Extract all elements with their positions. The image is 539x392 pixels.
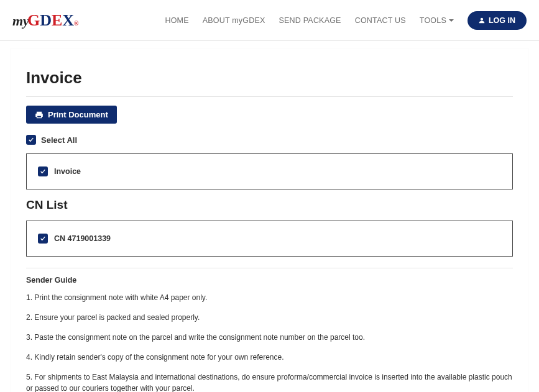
top-navbar: my G D E X ® HOME ABOUT myGDEX SEND PACK… [0,0,539,41]
select-all-label: Select All [41,135,77,145]
brand-logo[interactable]: my G D E X ® [12,12,79,29]
guide-line-1: 1. Print the consignment note with white… [26,292,513,303]
logo-reg-mark: ® [74,21,78,27]
logo-e: E [52,12,62,29]
caret-down-icon [449,19,454,22]
logo-x: X [62,12,74,29]
guide-line-5: 5. For shipments to East Malaysia and in… [26,371,513,392]
content-card: Invoice Print Document Select All Invoic… [11,48,528,392]
nav-home[interactable]: HOME [165,16,188,25]
logo-g: G [27,12,40,29]
print-document-button[interactable]: Print Document [26,106,117,124]
invoice-item-label: Invoice [54,167,81,176]
cn-list-title: CN List [26,198,513,212]
print-button-label: Print Document [48,110,108,119]
nav-contact[interactable]: CONTACT US [355,16,406,25]
cn-checkbox[interactable] [38,234,48,244]
login-label: LOG IN [489,16,515,25]
check-icon [40,235,46,242]
page-title: Invoice [26,68,513,88]
check-icon [28,137,34,143]
select-all-row: Select All [26,135,513,145]
select-all-checkbox[interactable] [26,135,36,145]
guide-line-2: 2. Ensure your parcel is packed and seal… [26,312,513,323]
login-button[interactable]: LOG IN [468,11,527,30]
check-icon [40,168,46,175]
guide-line-3: 3. Paste the consignment note on the par… [26,332,513,343]
cn-item-row: CN 4719001339 [26,221,513,257]
guide-line-4: 4. Kindly retain sender's copy of the co… [26,352,513,363]
page-container: Invoice Print Document Select All Invoic… [0,41,539,392]
invoice-item-row: Invoice [26,153,513,189]
logo-d: D [40,12,52,29]
divider-guide [26,268,513,268]
nav-tools-dropdown[interactable]: TOOLS [420,16,454,25]
main-nav: HOME ABOUT myGDEX SEND PACKAGE CONTACT U… [165,11,527,30]
user-icon [479,17,485,24]
cn-item-label: CN 4719001339 [54,234,111,243]
nav-about[interactable]: ABOUT myGDEX [203,16,265,25]
invoice-checkbox[interactable] [38,166,48,176]
print-icon [35,111,44,119]
nav-tools-label: TOOLS [420,16,446,25]
sender-guide-title: Sender Guide [26,276,513,285]
logo-my: my [12,14,29,28]
nav-send[interactable]: SEND PACKAGE [279,16,341,25]
divider-top [26,96,513,97]
